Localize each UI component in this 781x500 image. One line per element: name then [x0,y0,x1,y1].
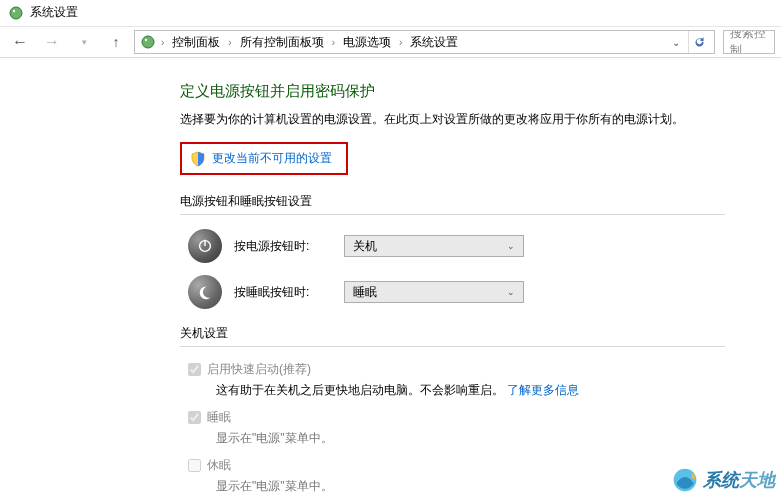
learn-more-link[interactable]: 了解更多信息 [507,383,579,397]
watermark-text-1: 系统 [703,470,739,490]
power-icon [188,229,222,263]
power-button-row: 按电源按钮时: 关机 ⌄ [188,229,781,263]
folder-icon [139,33,157,51]
window-titlebar: 系统设置 [0,0,781,26]
arrow-left-icon: ← [12,34,28,50]
navigation-bar: ← → ▾ ↑ › 控制面板 › 所有控制面板项 › 电源选项 › 系统设置 ⌄… [0,26,781,58]
fast-startup-option[interactable]: 启用快速启动(推荐) [188,361,781,378]
up-button[interactable]: ↑ [102,29,130,55]
forward-button[interactable]: → [38,29,66,55]
shutdown-section-title: 关机设置 [180,325,781,342]
watermark: 系统天地 [671,466,775,494]
breadcrumb-all-items[interactable]: 所有控制面板项 [236,32,328,53]
fast-startup-desc-text: 这有助于在关机之后更快地启动电脑。不会影响重启。 [216,383,504,397]
page-description: 选择要为你的计算机设置的电源设置。在此页上对设置所做的更改将应用于你所有的电源计… [180,111,781,128]
breadcrumb-separator-icon: › [330,37,337,48]
arrow-up-icon: ↑ [113,34,120,50]
svg-point-2 [142,36,154,48]
sleep-option-desc: 显示在"电源"菜单中。 [216,430,781,447]
chevron-down-icon: ▾ [82,37,87,47]
sleep-icon [188,275,222,309]
hibernate-option-label: 休眠 [207,457,231,474]
sleep-button-label: 按睡眠按钮时: [234,284,344,301]
chevron-down-icon: ⌄ [507,241,515,251]
section-divider [180,346,725,347]
page-heading: 定义电源按钮并启用密码保护 [180,82,781,101]
back-button[interactable]: ← [6,29,34,55]
buttons-section-title: 电源按钮和睡眠按钮设置 [180,193,781,210]
breadcrumb-control-panel[interactable]: 控制面板 [168,32,224,53]
search-placeholder: 搜索控制 [730,30,768,54]
window-title: 系统设置 [30,4,78,21]
fast-startup-desc: 这有助于在关机之后更快地启动电脑。不会影响重启。 了解更多信息 [216,382,781,399]
breadcrumb-separator-icon: › [397,37,404,48]
breadcrumb-separator-icon: › [159,37,166,48]
breadcrumb-separator-icon: › [226,37,233,48]
refresh-button[interactable] [688,31,710,53]
svg-point-0 [10,7,22,19]
sleep-button-row: 按睡眠按钮时: 睡眠 ⌄ [188,275,781,309]
power-button-label: 按电源按钮时: [234,238,344,255]
watermark-icon [671,466,699,494]
svg-point-3 [145,39,147,41]
fast-startup-checkbox[interactable] [188,363,201,376]
address-bar[interactable]: › 控制面板 › 所有控制面板项 › 电源选项 › 系统设置 ⌄ [134,30,715,54]
sleep-button-value: 睡眠 [353,284,377,301]
search-input[interactable]: 搜索控制 [723,30,775,54]
section-divider [180,214,725,215]
sleep-option-label: 睡眠 [207,409,231,426]
fast-startup-label: 启用快速启动(推荐) [207,361,311,378]
refresh-icon [693,36,706,49]
address-dropdown-icon[interactable]: ⌄ [668,37,684,48]
power-button-select[interactable]: 关机 ⌄ [344,235,524,257]
chevron-down-icon: ⌄ [507,287,515,297]
svg-rect-5 [204,240,205,246]
change-unavailable-highlight: 更改当前不可用的设置 [180,142,348,175]
shield-icon [190,151,206,167]
sleep-checkbox[interactable] [188,411,201,424]
svg-point-1 [13,9,15,11]
recent-dropdown-button[interactable]: ▾ [70,29,98,55]
change-unavailable-link[interactable]: 更改当前不可用的设置 [212,150,332,167]
sleep-button-select[interactable]: 睡眠 ⌄ [344,281,524,303]
arrow-right-icon: → [44,34,60,50]
content-area: 定义电源按钮并启用密码保护 选择要为你的计算机设置的电源设置。在此页上对设置所做… [0,58,781,500]
watermark-text: 系统天地 [703,468,775,492]
sleep-option[interactable]: 睡眠 [188,409,781,426]
breadcrumb-system-settings[interactable]: 系统设置 [406,32,462,53]
watermark-text-2: 天地 [739,470,775,490]
app-icon [8,5,24,21]
hibernate-checkbox[interactable] [188,459,201,472]
power-button-value: 关机 [353,238,377,255]
breadcrumb-power-options[interactable]: 电源选项 [339,32,395,53]
